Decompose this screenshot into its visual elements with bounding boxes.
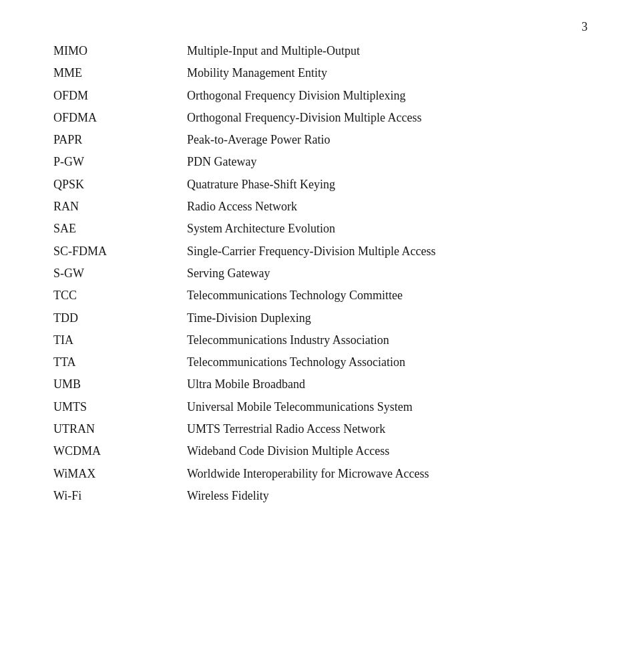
abbreviation-term: UTRAN [53,418,187,440]
abbreviation-definition: Telecommunications Technology Associatio… [187,351,588,373]
list-item: S-GWServing Gateway [53,263,588,285]
abbreviation-definition: Multiple-Input and Multiple-Output [187,40,588,62]
abbreviation-term: RAN [53,196,187,218]
list-item: WiMAXWorldwide Interoperability for Micr… [53,463,588,485]
abbreviation-term: PAPR [53,129,187,151]
abbreviation-definition: Orthogonal Frequency-Division Multiple A… [187,107,588,129]
abbreviation-definition: Mobility Management Entity [187,62,588,84]
list-item: WCDMAWideband Code Division Multiple Acc… [53,440,588,462]
abbreviation-definition: Radio Access Network [187,196,588,218]
list-item: SAESystem Architecture Evolution [53,218,588,240]
list-item: PAPRPeak-to-Average Power Ratio [53,129,588,151]
abbreviation-definition: Wireless Fidelity [187,485,588,507]
abbreviation-definition: Ultra Mobile Broadband [187,373,588,395]
abbreviation-definition: Universal Mobile Telecommunications Syst… [187,396,588,418]
abbreviation-term: SAE [53,218,187,240]
abbreviation-definition: System Architecture Evolution [187,218,588,240]
abbreviation-definition: UMTS Terrestrial Radio Access Network [187,418,588,440]
abbreviation-term: UMB [53,373,187,395]
abbreviation-definition: PDN Gateway [187,151,588,173]
abbreviation-term: TCC [53,285,187,307]
list-item: UMBUltra Mobile Broadband [53,373,588,395]
abbreviation-term: WiMAX [53,463,187,485]
abbreviation-term: OFDM [53,85,187,107]
list-item: TTATelecommunications Technology Associa… [53,351,588,373]
abbreviation-table: MIMOMultiple-Input and Multiple-OutputMM… [53,40,588,507]
list-item: P-GWPDN Gateway [53,151,588,173]
list-item: TDDTime-Division Duplexing [53,307,588,329]
page-number: 3 [582,20,588,34]
abbreviation-definition: Orthogonal Frequency Division Multiplexi… [187,85,588,107]
abbreviation-term: P-GW [53,151,187,173]
list-item: SC-FDMASingle-Carrier Frequency-Division… [53,240,588,263]
abbreviation-definition: Peak-to-Average Power Ratio [187,129,588,151]
abbreviation-term: WCDMA [53,440,187,462]
abbreviation-term: TDD [53,307,187,329]
list-item: TCCTelecommunications Technology Committ… [53,285,588,307]
abbreviation-term: MIMO [53,40,187,62]
abbreviation-term: QPSK [53,174,187,196]
abbreviation-definition: Time-Division Duplexing [187,307,588,329]
list-item: OFDMOrthogonal Frequency Division Multip… [53,85,588,107]
list-item: MMEMobility Management Entity [53,62,588,84]
list-item: UMTSUniversal Mobile Telecommunications … [53,396,588,418]
list-item: MIMOMultiple-Input and Multiple-Output [53,40,588,62]
list-item: RANRadio Access Network [53,196,588,218]
list-item: Wi-FiWireless Fidelity [53,485,588,507]
abbreviation-definition: Wideband Code Division Multiple Access [187,440,588,462]
abbreviation-term: UMTS [53,396,187,418]
abbreviation-term: Wi-Fi [53,485,187,507]
abbreviation-definition: Single-Carrier Frequency-Division Multip… [187,240,588,263]
list-item: UTRANUMTS Terrestrial Radio Access Netwo… [53,418,588,440]
abbreviation-definition: Telecommunications Technology Committee [187,285,588,307]
list-item: TIATelecommunications Industry Associati… [53,329,588,351]
list-item: QPSKQuatrature Phase-Shift Keying [53,174,588,196]
abbreviation-term: MME [53,62,187,84]
abbreviation-term: S-GW [53,263,187,285]
abbreviation-definition: Quatrature Phase-Shift Keying [187,174,588,196]
abbreviation-term: OFDMA [53,107,187,129]
abbreviation-term: TIA [53,329,187,351]
abbreviation-definition: Telecommunications Industry Association [187,329,588,351]
abbreviation-term: TTA [53,351,187,373]
abbreviation-term: SC-FDMA [53,240,187,263]
abbreviation-definition: Serving Gateway [187,263,588,285]
abbreviation-definition: Worldwide Interoperability for Microwave… [187,463,588,485]
list-item: OFDMAOrthogonal Frequency-Division Multi… [53,107,588,129]
